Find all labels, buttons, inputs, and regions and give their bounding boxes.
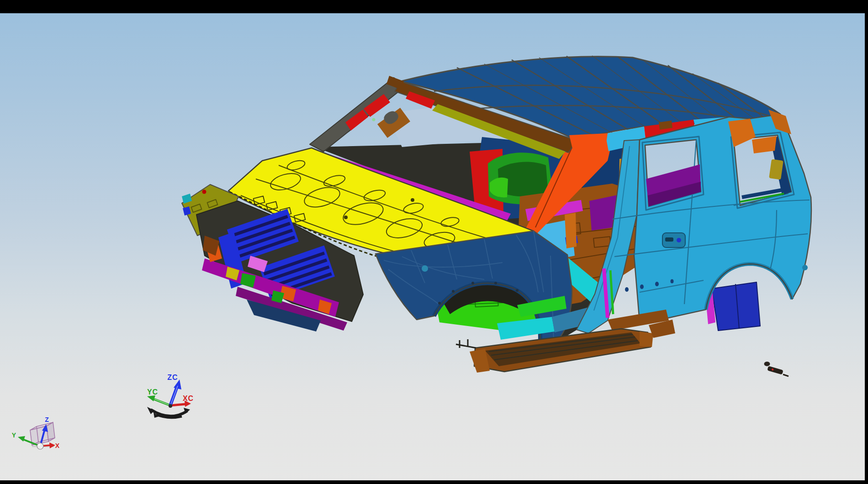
quarter-orange-bracket[interactable]: [752, 136, 777, 153]
wcs-y-label: YC: [147, 388, 158, 396]
cad-viewport[interactable]: ZC YC XC: [0, 0, 868, 484]
body-side[interactable]: [612, 114, 811, 322]
letterbox-bottom: [0, 480, 868, 484]
datum-x-label: X: [55, 442, 60, 449]
loose-part-dot[interactable]: [764, 362, 770, 366]
datum-y-label: Y: [12, 431, 16, 439]
loose-part-bracket[interactable]: [767, 366, 783, 375]
wcs-y-axis[interactable]: [147, 395, 170, 405]
a-pillar-driver[interactable]: [310, 78, 410, 152]
model-canvas[interactable]: ZC YC XC: [0, 0, 868, 484]
front-pin: [456, 339, 476, 348]
letterbox-top: [0, 0, 868, 13]
loose-part-sliver: [783, 374, 789, 376]
datum-origin-sphere[interactable]: [37, 443, 43, 449]
pillar-speck: [372, 118, 376, 121]
datum-z-label: Z: [45, 416, 49, 423]
wcs-origin[interactable]: [169, 404, 172, 408]
car-body-model[interactable]: [182, 56, 811, 376]
door-handle[interactable]: [662, 233, 685, 247]
datum-box[interactable]: [30, 422, 55, 445]
datum-csys[interactable]: Z Y X: [12, 416, 60, 449]
board-cap-right: [640, 331, 653, 347]
olive-red-dot: [202, 190, 206, 194]
wcs-z-label: ZC: [167, 374, 178, 381]
wcs-x-label: XC: [183, 395, 194, 402]
letterbox-right: [865, 0, 868, 484]
wcs-z-axis[interactable]: [170, 379, 181, 406]
hood-bolt-2: [411, 198, 414, 202]
wcs-rotation-handles[interactable]: [147, 407, 190, 418]
fender-hole: [422, 265, 428, 272]
wcs-triad[interactable]: ZC YC XC: [147, 374, 194, 418]
datum-sphere-highlight: [38, 444, 40, 446]
loose-parts[interactable]: [764, 362, 789, 376]
fuel-hole: [802, 265, 808, 270]
hinge-pillar-orange: [565, 213, 577, 248]
hood-bolt-1: [344, 216, 348, 219]
